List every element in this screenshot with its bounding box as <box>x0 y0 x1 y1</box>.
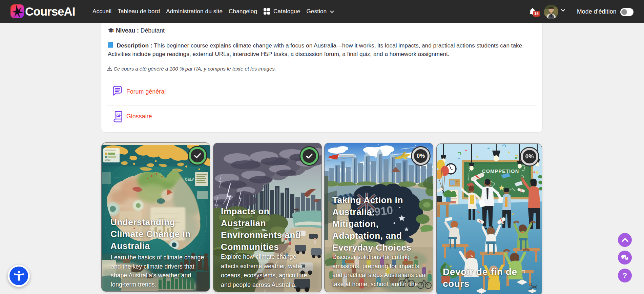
svg-text:COMPPETION: COMPPETION <box>482 169 519 174</box>
svg-text:QELV: QELV <box>185 178 194 181</box>
svg-text:AZ: AZ <box>117 113 121 116</box>
svg-text:2010: 2010 <box>105 159 110 161</box>
